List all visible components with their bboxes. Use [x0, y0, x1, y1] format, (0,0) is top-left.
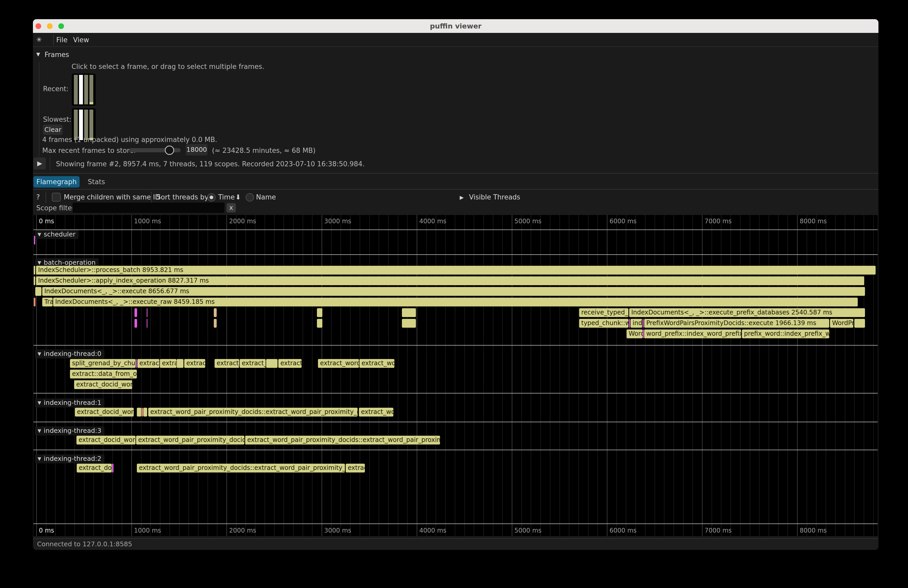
max-frames-slider-knob[interactable]	[165, 146, 174, 155]
collapse-icon[interactable]: ▼	[37, 400, 41, 405]
flamegraph-bar[interactable]: extract_wo	[359, 359, 394, 368]
flamegraph-bar[interactable]	[317, 308, 322, 317]
flamegraph-bar[interactable]: extract_doc	[77, 464, 112, 472]
frames-collapse-icon[interactable]: ▼	[36, 51, 40, 57]
flamegraph-bar[interactable]	[34, 276, 35, 285]
sort-time-label[interactable]: Time	[218, 193, 235, 201]
flamegraph-bar[interactable]: PrefixWordPairsProximityDocids::execute …	[644, 319, 829, 328]
collapse-icon[interactable]: ▼	[37, 260, 41, 265]
thread-header[interactable]: ▼indexing-thread:0	[35, 349, 105, 358]
flamegraph-bar[interactable]: extra	[160, 359, 177, 368]
zoom-button[interactable]	[58, 23, 64, 29]
flamegraph-bar[interactable]	[402, 319, 416, 328]
flamegraph-bar[interactable]	[34, 266, 35, 275]
flamegraph-bar[interactable]: extract	[278, 359, 302, 368]
flamegraph-bar[interactable]	[402, 308, 416, 317]
menu-view[interactable]: View	[73, 36, 89, 44]
frame-bar-selected[interactable]	[79, 75, 83, 104]
flamegraph-bar[interactable]	[643, 329, 644, 338]
play-button[interactable]: ▶	[34, 157, 46, 169]
thread-header[interactable]: ▼indexing-thread:1	[35, 398, 105, 408]
frames-header[interactable]: Frames	[45, 51, 69, 59]
flamegraph-bar[interactable]: extrac	[184, 359, 205, 368]
flamegraph-bar[interactable]	[266, 359, 277, 368]
frame-bar[interactable]	[89, 75, 93, 104]
sort-name-radio[interactable]	[246, 193, 254, 201]
visible-threads-collapse-icon[interactable]: ▶	[460, 194, 464, 201]
flamegraph-bar[interactable]	[136, 359, 137, 368]
flamegraph-bar[interactable]	[642, 319, 644, 328]
thread-header[interactable]: ▼indexing-thread:2	[35, 454, 105, 463]
flamegraph-bar[interactable]: index	[631, 319, 642, 328]
tab-stats[interactable]: Stats	[85, 176, 108, 188]
flamegraph-bar[interactable]: extract_docid_word	[74, 380, 132, 389]
max-frames-value[interactable]: 18000	[186, 144, 208, 156]
flamegraph-bar[interactable]	[143, 408, 147, 416]
flamegraph-bar[interactable]: IndexDocuments<_, _>::execute 8656.677 m…	[42, 287, 865, 296]
thread-header[interactable]: ▼indexing-thread:3	[35, 426, 105, 435]
flamegraph-bar[interactable]: prefix_word::index_prefix_wo	[742, 329, 829, 338]
collapse-icon[interactable]: ▼	[37, 456, 41, 461]
flamegraph-bar[interactable]: receive_typed_	[579, 308, 628, 317]
flamegraph-bar[interactable]	[214, 308, 217, 317]
flamegraph-bar[interactable]	[147, 308, 147, 317]
flamegraph-bar[interactable]	[317, 319, 322, 328]
sort-time-radio[interactable]	[207, 193, 216, 201]
flamegraph-bar[interactable]	[854, 319, 865, 328]
flamegraph-bar[interactable]	[135, 308, 137, 317]
flamegraph-bar[interactable]	[35, 287, 42, 296]
flamegraph-bar[interactable]: Word	[626, 329, 642, 338]
flamegraph-bar[interactable]: IndexDocuments<_, _>::execute_prefix_dat…	[629, 308, 865, 317]
flamegraph-bar[interactable]	[137, 408, 141, 416]
flamegraph-bar[interactable]	[214, 319, 217, 328]
frame-bar[interactable]	[74, 75, 78, 104]
collapse-icon[interactable]: ▼	[37, 231, 41, 237]
flamegraph-bar[interactable]	[177, 359, 184, 368]
flamegraph-bar[interactable]	[629, 319, 630, 328]
flamegraph-bar[interactable]: typed_chunk::w	[579, 319, 628, 328]
flamegraph-bar[interactable]	[147, 319, 147, 328]
visible-threads-header[interactable]: Visible Threads	[469, 193, 520, 201]
flamegraph-bar[interactable]: extract_docid_word	[75, 408, 134, 416]
flamegraph-bar[interactable]: extract_word_pair_proximity_docids	[136, 436, 245, 445]
help-button[interactable]: ?	[36, 193, 40, 201]
flamegraph-bar[interactable]: extract_word_pair_proximity_docids::extr…	[137, 464, 345, 472]
flamegraph-bar[interactable]: extract_word	[318, 359, 359, 368]
collapse-icon[interactable]: ▼	[37, 351, 41, 357]
flamegraph-bar[interactable]: word_prefix::index_word_prefix_	[644, 329, 741, 338]
flamegraph-bar[interactable]: Trans	[42, 298, 53, 307]
menu-file[interactable]: File	[56, 36, 68, 44]
flamegraph-bar[interactable]: IndexScheduler>::process_batch 8953.821 …	[36, 266, 876, 275]
scope-filter-clear-button[interactable]: x	[227, 203, 236, 212]
flamegraph-bar[interactable]: extract_	[240, 359, 266, 368]
flamegraph-canvas[interactable]: 0 ms0 ms1000 ms1000 ms2000 ms2000 ms3000…	[34, 215, 878, 536]
flamegraph-bar[interactable]	[135, 319, 137, 328]
flamegraph-bar[interactable]: extract_	[214, 359, 239, 368]
thread-header[interactable]: ▼scheduler	[35, 230, 79, 239]
flamegraph-bar[interactable]: IndexDocuments<_, _>::execute_raw 8459.1…	[53, 298, 858, 307]
theme-toggle-icon[interactable]: ✳	[36, 36, 42, 43]
close-button[interactable]	[35, 23, 41, 29]
flamegraph-bar[interactable]: extract_word_pair_proximity_docids::extr…	[245, 436, 440, 445]
merge-children-checkbox[interactable]	[52, 193, 61, 201]
recent-frames-thumbnail[interactable]	[72, 74, 96, 106]
scope-filter-input[interactable]	[72, 202, 224, 213]
flamegraph-bar[interactable]: extract	[137, 359, 159, 368]
collapse-icon[interactable]: ▼	[37, 428, 41, 433]
clear-button[interactable]: Clear	[43, 125, 63, 135]
flamegraph-bar[interactable]: split_grenad_by_chun	[70, 359, 135, 368]
flamegraph-bar[interactable]	[34, 298, 35, 307]
sort-name-label[interactable]: Name	[256, 193, 276, 201]
sort-direction-icon[interactable]: ⬇	[235, 193, 241, 201]
flamegraph-bar[interactable]: extract_wo	[359, 408, 393, 416]
minimize-button[interactable]	[47, 23, 53, 29]
flamegraph-bar[interactable]: WordPr	[830, 319, 853, 328]
flamegraph-bar[interactable]: extrac	[346, 464, 365, 472]
tab-flamegraph[interactable]: Flamegraph	[34, 176, 80, 188]
flamegraph-bar[interactable]	[112, 464, 114, 472]
flamegraph-bar[interactable]: extract_docid_word	[76, 436, 135, 445]
flamegraph-bar[interactable]: extract::data_from_ob	[70, 370, 137, 378]
frame-bar[interactable]	[84, 75, 88, 104]
flamegraph-bar[interactable]	[34, 236, 35, 244]
flamegraph-bar[interactable]	[142, 408, 143, 416]
